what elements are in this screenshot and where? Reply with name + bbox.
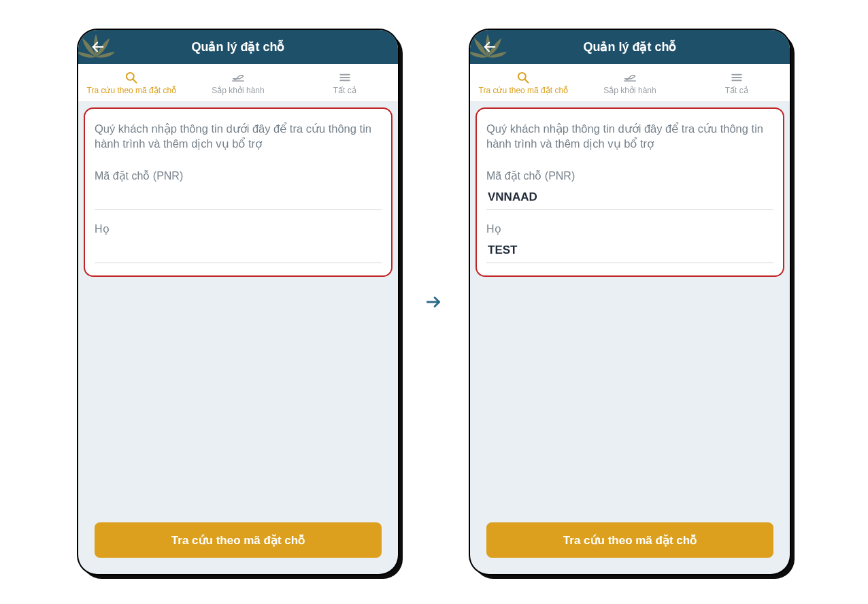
tab-label: Tra cứu theo mã đặt chỗ <box>479 86 569 95</box>
lookup-submit-button[interactable]: Tra cứu theo mã đặt chỗ <box>486 522 773 558</box>
content-spacer <box>470 277 790 511</box>
pnr-input[interactable] <box>486 186 773 210</box>
lastname-field-label: Họ <box>486 222 773 235</box>
form-intro-text: Quý khách nhập thông tin dưới đây để tra… <box>95 121 382 152</box>
lookup-form-card: Quý khách nhập thông tin dưới đây để tra… <box>84 107 393 277</box>
tab-label: Sắp khởi hành <box>603 86 656 95</box>
transition-arrow <box>425 293 443 311</box>
tab-bar: Tra cứu theo mã đặt chỗ Sắp khởi hành Tấ… <box>470 64 790 102</box>
list-icon <box>338 71 352 84</box>
lastname-input[interactable] <box>486 239 773 263</box>
tab-departing-soon[interactable]: Sắp khởi hành <box>185 64 292 101</box>
phone-screen-before: Quản lý đặt chỗ Tra cứu theo mã đặt chỗ … <box>78 30 398 574</box>
search-icon <box>124 71 138 84</box>
tab-label: Tất cả <box>333 86 356 95</box>
tab-bar: Tra cứu theo mã đặt chỗ Sắp khởi hành Tấ… <box>78 64 398 102</box>
lastname-field-label: Họ <box>95 222 382 235</box>
lastname-input[interactable] <box>95 239 382 263</box>
pnr-field-label: Mã đặt chỗ (PNR) <box>486 169 773 182</box>
pnr-input[interactable] <box>95 186 382 210</box>
plane-departure-icon <box>231 71 245 84</box>
search-icon <box>516 71 530 84</box>
tab-all[interactable]: Tất cả <box>683 64 790 101</box>
page-title: Quản lý đặt chỗ <box>86 39 390 54</box>
tab-label: Tất cả <box>725 86 748 95</box>
page-title: Quản lý đặt chỗ <box>478 39 782 54</box>
submit-bar: Tra cứu theo mã đặt chỗ <box>470 511 790 574</box>
tab-label: Tra cứu theo mã đặt chỗ <box>87 86 177 95</box>
plane-departure-icon <box>623 71 637 84</box>
pnr-field-label: Mã đặt chỗ (PNR) <box>95 169 382 182</box>
app-header: Quản lý đặt chỗ <box>78 30 398 64</box>
tab-label: Sắp khởi hành <box>212 86 264 95</box>
submit-bar: Tra cứu theo mã đặt chỗ <box>78 511 398 574</box>
lookup-form-card: Quý khách nhập thông tin dưới đây để tra… <box>475 107 784 277</box>
content-spacer <box>78 277 398 511</box>
phone-screen-after: Quản lý đặt chỗ Tra cứu theo mã đặt chỗ … <box>470 30 790 574</box>
form-intro-text: Quý khách nhập thông tin dưới đây để tra… <box>486 121 773 152</box>
tab-departing-soon[interactable]: Sắp khởi hành <box>577 64 684 101</box>
list-icon <box>730 71 744 84</box>
lookup-submit-button[interactable]: Tra cứu theo mã đặt chỗ <box>95 522 382 558</box>
svg-line-2 <box>133 79 137 82</box>
arrow-right-icon <box>425 293 443 311</box>
app-header: Quản lý đặt chỗ <box>470 30 790 64</box>
tab-all[interactable]: Tất cả <box>291 64 398 101</box>
svg-line-9 <box>525 79 529 82</box>
